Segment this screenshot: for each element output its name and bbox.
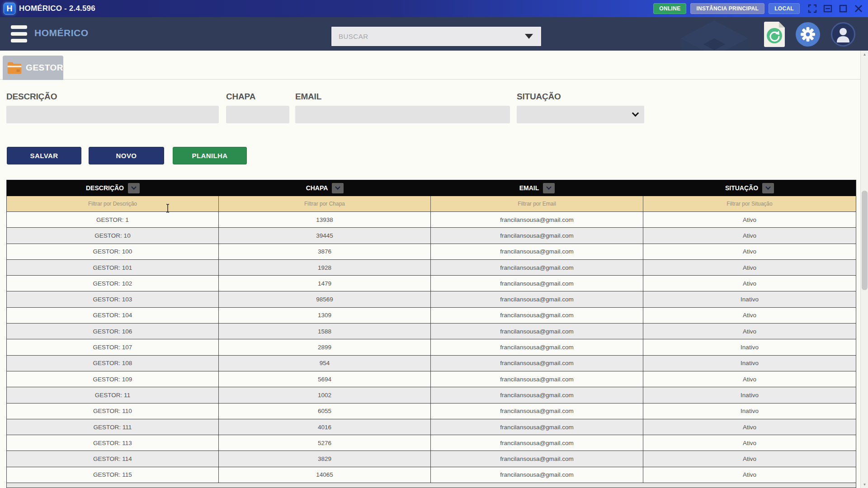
cell-email[interactable]: francilansousa@gmail.com bbox=[431, 291, 643, 307]
close-icon[interactable] bbox=[854, 4, 863, 14]
descricao-input[interactable] bbox=[6, 106, 219, 123]
cell-chapa[interactable]: 1928 bbox=[219, 260, 431, 275]
menu-hamburger-icon[interactable] bbox=[11, 25, 27, 42]
table-row[interactable]: GESTOR: 113 5276 francilansousa@gmail.co… bbox=[7, 435, 856, 451]
column-header-situacao[interactable]: SITUAÇÃO bbox=[643, 180, 856, 196]
table-row[interactable]: GESTOR: 106 1588 francilansousa@gmail.co… bbox=[7, 324, 856, 339]
scroll-up-icon[interactable]: ▲ bbox=[861, 51, 868, 58]
cell-chapa[interactable]: 98569 bbox=[219, 291, 431, 307]
table-row[interactable]: GESTOR: 101 1928 francilansousa@gmail.co… bbox=[7, 260, 856, 276]
cell-email[interactable]: francilansousa@gmail.com bbox=[431, 308, 643, 323]
cell-descricao[interactable]: GESTOR: 106 bbox=[7, 324, 219, 339]
cell-descricao[interactable]: GESTOR: 104 bbox=[7, 308, 219, 323]
salvar-button[interactable]: SALVAR bbox=[7, 147, 81, 164]
search-input[interactable] bbox=[331, 27, 525, 46]
cell-email[interactable]: francilansousa@gmail.com bbox=[431, 260, 643, 275]
cell-chapa[interactable]: 14065 bbox=[219, 467, 431, 483]
cell-descricao[interactable]: GESTOR: 101 bbox=[7, 260, 219, 275]
column-header-chapa[interactable]: CHAPA bbox=[219, 180, 431, 196]
table-row[interactable]: GESTOR: 100 3876 francilansousa@gmail.co… bbox=[7, 244, 856, 260]
cell-situacao[interactable]: Ativo bbox=[643, 435, 856, 450]
cell-situacao[interactable]: Ativo bbox=[643, 260, 856, 275]
cell-email[interactable]: francilansousa@gmail.com bbox=[431, 324, 643, 339]
scrollbar-thumb[interactable] bbox=[862, 191, 868, 290]
filter-descricao-input[interactable] bbox=[7, 196, 218, 211]
cell-email[interactable]: francilansousa@gmail.com bbox=[431, 339, 643, 355]
table-row[interactable]: GESTOR: 114 3829 francilansousa@gmail.co… bbox=[7, 451, 856, 467]
header-dropdown-icon[interactable] bbox=[128, 183, 140, 193]
chapa-input[interactable] bbox=[226, 106, 289, 123]
cell-chapa[interactable]: 1479 bbox=[219, 276, 431, 291]
cell-situacao[interactable]: Ativo bbox=[643, 212, 856, 227]
novo-button[interactable]: NOVO bbox=[89, 147, 164, 164]
cell-descricao[interactable]: GESTOR: 11 bbox=[7, 387, 219, 403]
table-row[interactable]: GESTOR: 107 2899 francilansousa@gmail.co… bbox=[7, 339, 856, 355]
cell-descricao[interactable]: GESTOR: 113 bbox=[7, 435, 219, 450]
cell-descricao[interactable]: GESTOR: 100 bbox=[7, 244, 219, 259]
vertical-scrollbar[interactable]: ▲ ▼ bbox=[860, 51, 868, 488]
cell-situacao[interactable]: Ativo bbox=[643, 467, 856, 483]
header-dropdown-icon[interactable] bbox=[762, 183, 774, 193]
cell-email[interactable]: francilansousa@gmail.com bbox=[431, 371, 643, 387]
column-header-email[interactable]: EMAIL bbox=[431, 180, 643, 196]
cell-chapa[interactable]: 2899 bbox=[219, 339, 431, 355]
cell-situacao[interactable]: Ativo bbox=[643, 228, 856, 243]
cell-email[interactable]: francilansousa@gmail.com bbox=[431, 419, 643, 435]
cell-email[interactable]: francilansousa@gmail.com bbox=[431, 404, 643, 419]
cell-email[interactable]: francilansousa@gmail.com bbox=[431, 467, 643, 483]
cell-email[interactable]: francilansousa@gmail.com bbox=[431, 387, 643, 403]
cell-email[interactable]: francilansousa@gmail.com bbox=[431, 435, 643, 450]
table-row[interactable]: GESTOR: 1 13938 francilansousa@gmail.com… bbox=[7, 212, 856, 228]
cell-chapa[interactable]: 6055 bbox=[219, 404, 431, 419]
table-row[interactable]: GESTOR: 103 98569 francilansousa@gmail.c… bbox=[7, 291, 856, 307]
header-dropdown-icon[interactable] bbox=[543, 183, 555, 193]
cell-situacao[interactable]: Ativo bbox=[643, 276, 856, 291]
filter-chapa-input[interactable] bbox=[219, 196, 430, 211]
cell-email[interactable]: francilansousa@gmail.com bbox=[431, 212, 643, 227]
user-avatar-button[interactable] bbox=[831, 22, 855, 47]
maximize-icon[interactable] bbox=[838, 4, 848, 14]
cell-chapa[interactable]: 13938 bbox=[219, 212, 431, 227]
cell-descricao[interactable]: GESTOR: 115 bbox=[7, 467, 219, 483]
situacao-select[interactable] bbox=[517, 106, 644, 123]
cell-chapa[interactable]: 3876 bbox=[219, 244, 431, 259]
cell-situacao[interactable]: Inativo bbox=[643, 291, 856, 307]
scroll-down-icon[interactable]: ▼ bbox=[861, 481, 868, 488]
cell-descricao[interactable]: GESTOR: 102 bbox=[7, 276, 219, 291]
cell-descricao[interactable]: GESTOR: 114 bbox=[7, 451, 219, 466]
planilha-button[interactable]: PLANILHA bbox=[173, 147, 247, 164]
table-row[interactable]: GESTOR: 11 1002 francilansousa@gmail.com… bbox=[7, 387, 856, 403]
cell-email[interactable]: francilansousa@gmail.com bbox=[431, 356, 643, 371]
cell-descricao[interactable]: GESTOR: 109 bbox=[7, 371, 219, 387]
fullscreen-icon[interactable] bbox=[807, 4, 817, 14]
cell-situacao[interactable]: Inativo bbox=[643, 356, 856, 371]
cell-descricao[interactable]: GESTOR: 111 bbox=[7, 419, 219, 435]
search-box[interactable] bbox=[331, 26, 542, 47]
table-row[interactable]: GESTOR: 115 14065 francilansousa@gmail.c… bbox=[7, 467, 856, 483]
table-row[interactable]: GESTOR: 110 6055 francilansousa@gmail.co… bbox=[7, 404, 856, 419]
cell-chapa[interactable]: 39445 bbox=[219, 228, 431, 243]
cell-situacao[interactable]: Ativo bbox=[643, 451, 856, 466]
cell-situacao[interactable]: Ativo bbox=[643, 419, 856, 435]
cell-situacao[interactable]: Inativo bbox=[643, 339, 856, 355]
email-input[interactable] bbox=[295, 106, 510, 123]
cell-chapa[interactable]: 4016 bbox=[219, 419, 431, 435]
cell-chapa[interactable]: 1588 bbox=[219, 324, 431, 339]
cell-descricao[interactable]: GESTOR: 1 bbox=[7, 212, 219, 227]
cell-situacao[interactable]: Ativo bbox=[643, 308, 856, 323]
cell-chapa[interactable]: 1309 bbox=[219, 308, 431, 323]
sync-document-icon[interactable] bbox=[764, 22, 785, 47]
header-dropdown-icon[interactable] bbox=[332, 183, 344, 193]
filter-email-input[interactable] bbox=[431, 196, 643, 211]
column-header-descricao[interactable]: DESCRIÇÃO bbox=[7, 180, 219, 196]
cell-chapa[interactable]: 1002 bbox=[219, 387, 431, 403]
settings-button[interactable] bbox=[796, 22, 820, 47]
cell-descricao[interactable]: GESTOR: 10 bbox=[7, 228, 219, 243]
search-dropdown-icon[interactable] bbox=[525, 34, 533, 39]
filter-situacao-input[interactable] bbox=[643, 196, 856, 211]
table-row[interactable]: GESTOR: 109 5694 francilansousa@gmail.co… bbox=[7, 371, 856, 387]
tab-gestor[interactable]: GESTOR bbox=[3, 56, 63, 80]
cell-email[interactable]: francilansousa@gmail.com bbox=[431, 228, 643, 243]
cell-email[interactable]: francilansousa@gmail.com bbox=[431, 244, 643, 259]
cell-situacao[interactable]: Ativo bbox=[643, 244, 856, 259]
